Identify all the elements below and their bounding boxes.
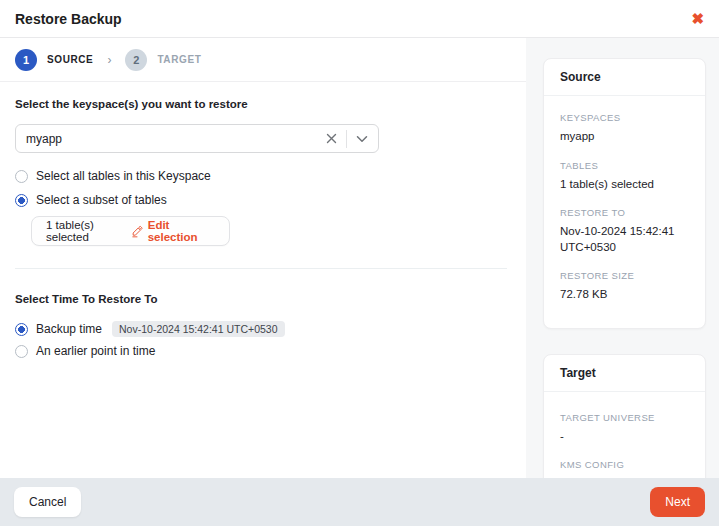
section-divider [15,268,507,269]
modal-body: 1 SOURCE › 2 TARGET Select the keyspace(… [0,38,719,478]
field-restore-size-value: 72.78 KB [560,287,689,303]
field-keyspaces: KEYSPACES myapp [560,112,689,145]
source-card-body: KEYSPACES myapp TABLES 1 table(s) select… [544,96,705,328]
radio-backup-time-label: Backup time [36,322,102,336]
tables-selected-box: 1 table(s) selected Edit selection [31,216,230,246]
field-keyspaces-label: KEYSPACES [560,112,689,123]
summary-sidebar: Source KEYSPACES myapp TABLES 1 table(s)… [526,38,719,478]
step-1-circle: 1 [15,49,37,71]
keyspace-section-label: Select the keyspace(s) you want to resto… [15,98,511,110]
radio-subset-tables[interactable]: Select a subset of tables [15,193,511,207]
step-target[interactable]: 2 TARGET [125,49,201,71]
radio-all-tables-label: Select all tables in this Keyspace [36,169,211,183]
cancel-button[interactable]: Cancel [14,487,81,517]
field-tables-value: 1 table(s) selected [560,177,689,193]
field-restore-size: RESTORE SIZE 72.78 KB [560,270,689,303]
time-section-label: Select Time To Restore To [15,293,511,305]
tables-selected-count: 1 table(s) selected [46,219,131,243]
field-kms-config: KMS CONFIG - [560,459,689,478]
radio-all-tables-circle[interactable] [15,170,28,183]
radio-all-tables[interactable]: Select all tables in this Keyspace [15,169,511,183]
pencil-icon [131,225,143,238]
field-tables: TABLES 1 table(s) selected [560,160,689,193]
radio-backup-time[interactable]: Backup time Nov-10-2024 15:42:41 UTC+053… [15,321,511,337]
keyspace-select[interactable]: myapp [15,124,379,153]
backup-time-badge: Nov-10-2024 15:42:41 UTC+0530 [112,321,284,337]
field-target-universe-value: - [560,429,689,445]
field-restore-size-label: RESTORE SIZE [560,270,689,281]
close-icon[interactable]: ✖ [691,11,704,26]
field-keyspaces-value: myapp [560,129,689,145]
field-restore-to-value: Nov-10-2024 15:42:41 UTC+0530 [560,224,690,255]
step-source[interactable]: 1 SOURCE [15,49,93,71]
clear-selection-icon[interactable] [326,133,337,144]
modal-footer: Cancel Next [0,478,719,526]
radio-earlier-point[interactable]: An earlier point in time [15,344,511,358]
step-2-circle: 2 [125,49,147,71]
radio-earlier-point-circle[interactable] [15,345,28,358]
radio-backup-time-circle[interactable] [15,323,28,336]
page-title: Restore Backup [15,11,122,27]
field-restore-to: RESTORE TO Nov-10-2024 15:42:41 UTC+0530 [560,207,689,255]
form-content: Select the keyspace(s) you want to resto… [0,82,526,478]
field-restore-to-label: RESTORE TO [560,207,689,218]
target-card-body: TARGET UNIVERSE - KMS CONFIG - [544,392,705,478]
radio-subset-tables-label: Select a subset of tables [36,193,167,207]
radio-earlier-point-label: An earlier point in time [36,344,155,358]
restore-backup-modal: Restore Backup ✖ 1 SOURCE › 2 TARGET Sel… [0,0,719,526]
source-summary-card: Source KEYSPACES myapp TABLES 1 table(s)… [543,58,706,329]
modal-header: Restore Backup ✖ [0,0,719,38]
field-target-universe: TARGET UNIVERSE - [560,412,689,445]
field-kms-config-label: KMS CONFIG [560,459,689,470]
left-pane: 1 SOURCE › 2 TARGET Select the keyspace(… [0,38,526,478]
stepper: 1 SOURCE › 2 TARGET [0,38,526,82]
edit-selection-link[interactable]: Edit selection [131,219,215,243]
step-2-label: TARGET [157,54,201,65]
radio-subset-tables-circle[interactable] [15,194,28,207]
chevron-down-icon[interactable] [356,135,368,143]
select-separator [346,130,347,148]
field-tables-label: TABLES [560,160,689,171]
next-button[interactable]: Next [650,487,705,517]
step-1-label: SOURCE [47,54,93,65]
source-card-title: Source [544,59,705,96]
chevron-right-icon: › [107,53,111,67]
field-target-universe-label: TARGET UNIVERSE [560,412,689,423]
target-summary-card: Target TARGET UNIVERSE - KMS CONFIG - [543,354,706,478]
keyspace-select-value: myapp [26,132,326,146]
target-card-title: Target [544,355,705,392]
edit-selection-label: Edit selection [148,219,215,243]
